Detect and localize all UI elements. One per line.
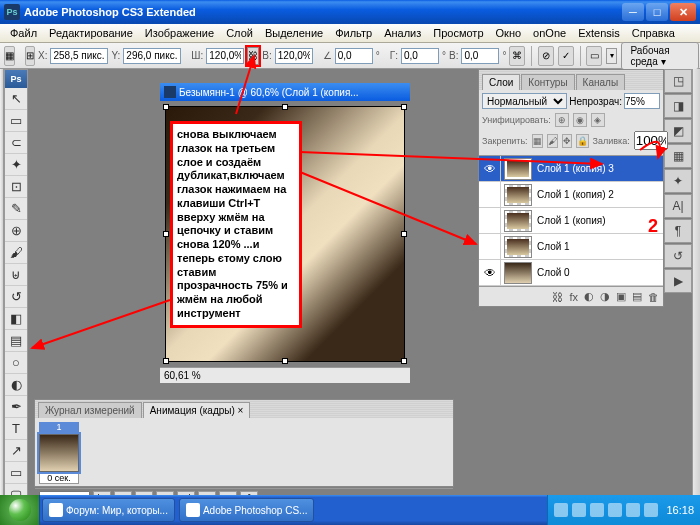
minimize-button[interactable]: ─ [622,3,644,21]
layer-name[interactable]: Слой 1 (копия) 3 [535,163,663,174]
width-input[interactable] [206,48,244,64]
hskew-input[interactable] [401,48,439,64]
transform-tool-icon[interactable]: ▦ [4,46,15,66]
pen-tool-icon[interactable]: ✒ [5,396,27,418]
blend-mode-select[interactable]: Нормальный [482,93,567,109]
tray-icon[interactable] [644,503,658,517]
paragraph-icon[interactable]: ¶ [664,219,692,243]
layer-name[interactable]: Слой 0 [535,267,663,278]
crop-tool-icon[interactable]: ⊡ [5,176,27,198]
layer-fx-icon[interactable]: fx [569,291,578,303]
color-icon[interactable]: ◩ [664,119,692,143]
character-icon[interactable]: A| [664,194,692,218]
layer-name[interactable]: Слой 1 [535,241,663,252]
tab-animation[interactable]: Анимация (кадры) × [143,402,251,418]
eraser-tool-icon[interactable]: ◧ [5,308,27,330]
reference-point-icon[interactable]: ⊞ [25,46,35,66]
menu-layer[interactable]: Слой [220,25,259,41]
warp-icon[interactable]: ⌘ [509,46,525,66]
adjustment-layer-icon[interactable]: ◑ [600,290,610,303]
layer-row[interactable]: Слой 1 (копия) 2 [479,182,663,208]
x-input[interactable] [50,48,108,64]
history-icon[interactable]: ↺ [664,244,692,268]
dodge-tool-icon[interactable]: ◐ [5,374,27,396]
menu-image[interactable]: Изображение [139,25,220,41]
visibility-eye-icon[interactable] [479,234,501,259]
visibility-eye-icon[interactable] [479,208,501,233]
taskbar-item[interactable]: Форум: Мир, которы... [42,498,175,522]
layer-thumbnail[interactable] [504,158,532,180]
fill-input[interactable] [634,131,668,150]
layer-row[interactable]: Слой 1 [479,234,663,260]
menu-filter[interactable]: Фильтр [329,25,378,41]
swatches-icon[interactable]: ▦ [664,144,692,168]
lock-all-icon[interactable]: 🔒 [576,134,589,148]
type-tool-icon[interactable]: T [5,418,27,440]
history-brush-tool-icon[interactable]: ↺ [5,286,27,308]
opacity-input[interactable] [624,93,660,109]
start-button[interactable] [0,495,40,525]
tray-icon[interactable] [608,503,622,517]
gradient-tool-icon[interactable]: ▤ [5,330,27,352]
screen-mode-drop[interactable]: ▾ [606,48,617,64]
navigator-icon[interactable]: ◳ [664,69,692,93]
styles-icon[interactable]: ✦ [664,169,692,193]
eyedropper-tool-icon[interactable]: ✎ [5,198,27,220]
new-layer-icon[interactable]: ▤ [632,290,642,303]
height-input[interactable] [275,48,313,64]
path-tool-icon[interactable]: ↗ [5,440,27,462]
zoom-value[interactable]: 60,61 % [164,370,201,381]
link-layers-icon[interactable]: ⛓ [552,291,563,303]
tray-icon[interactable] [572,503,586,517]
layer-name[interactable]: Слой 1 (копия) 2 [535,189,663,200]
vskew-input[interactable] [461,48,499,64]
tab-paths[interactable]: Контуры [521,74,574,90]
stamp-tool-icon[interactable]: ⊎ [5,264,27,286]
close-button[interactable]: ✕ [670,3,696,21]
tab-measurements[interactable]: Журнал измерений [38,402,142,418]
menu-help[interactable]: Справка [626,25,681,41]
workspace-button[interactable]: Рабочая среда ▾ [621,42,698,70]
layer-name[interactable]: Слой 1 (копия) [535,215,663,226]
unify-position-icon[interactable]: ⊕ [555,113,569,127]
tab-layers[interactable]: Слои [482,74,520,90]
brush-tool-icon[interactable]: 🖌 [5,242,27,264]
menu-onone[interactable]: onOne [527,25,572,41]
menu-window[interactable]: Окно [490,25,528,41]
visibility-eye-icon[interactable] [479,182,501,207]
tray-icon[interactable] [626,503,640,517]
toolbox-header-icon[interactable]: Ps [5,70,27,88]
frame-delay[interactable]: 0 сек. [39,472,79,484]
clock[interactable]: 16:18 [662,504,694,516]
actions-icon[interactable]: ▶ [664,269,692,293]
visibility-eye-icon[interactable]: 👁 [479,156,501,181]
layer-thumbnail[interactable] [504,262,532,284]
layer-row[interactable]: Слой 1 (копия) [479,208,663,234]
maximize-button[interactable]: □ [646,3,668,21]
menu-file[interactable]: Файл [4,25,43,41]
move-tool-icon[interactable]: ↖ [5,88,27,110]
unify-visibility-icon[interactable]: ◉ [573,113,587,127]
visibility-eye-icon[interactable]: 👁 [479,260,501,285]
lock-position-icon[interactable]: ✥ [562,134,572,148]
wand-tool-icon[interactable]: ✦ [5,154,27,176]
taskbar-item[interactable]: Adobe Photoshop CS... [179,498,315,522]
layer-thumbnail[interactable] [504,184,532,206]
screen-mode-icon[interactable]: ▭ [586,46,602,66]
cancel-transform-icon[interactable]: ⊘ [538,46,554,66]
link-chain-icon[interactable]: ⛓ [247,47,259,65]
angle-input[interactable] [335,48,373,64]
layer-row[interactable]: 👁 Слой 0 [479,260,663,286]
menu-analysis[interactable]: Анализ [378,25,427,41]
menu-view[interactable]: Просмотр [427,25,489,41]
tray-icon[interactable] [590,503,604,517]
marquee-tool-icon[interactable]: ▭ [5,110,27,132]
document-title-bar[interactable]: Безымянн-1 @ 60,6% (Слой 1 (копия... [160,83,410,101]
shape-tool-icon[interactable]: ▭ [5,462,27,484]
animation-frame[interactable]: 1 0 сек. [39,422,79,484]
y-input[interactable] [123,48,181,64]
delete-layer-icon[interactable]: 🗑 [648,291,659,303]
tab-channels[interactable]: Каналы [576,74,626,90]
lock-paint-icon[interactable]: 🖌 [547,134,558,148]
histogram-icon[interactable]: ◨ [664,94,692,118]
